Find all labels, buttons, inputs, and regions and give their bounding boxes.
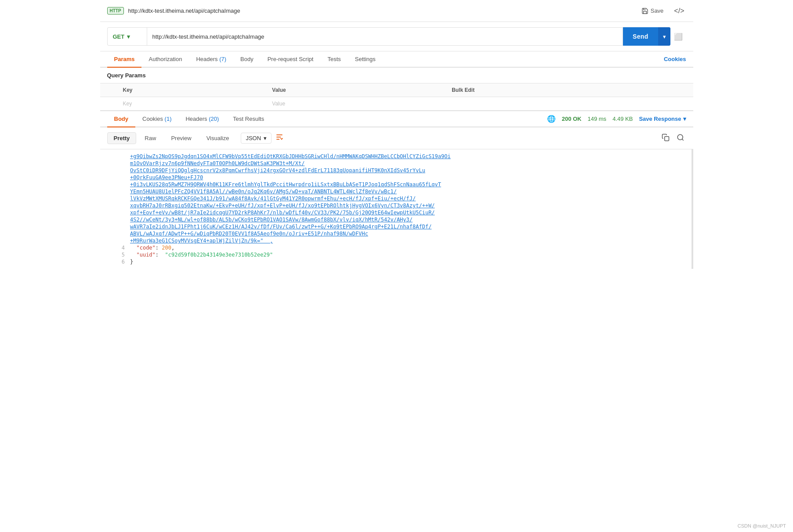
response-tabs: Body Cookies (1) Headers (20) Test Resul…	[100, 111, 693, 127]
line-content: +M9RurWa3eG1CSoyMVVsgEY4+aplWjZilVjZn/9k…	[130, 237, 691, 244]
response-body-area[interactable]: +g9QibwZs2NpOS9pJgdqn1SO4xMlCFW9bVp55tEd…	[100, 149, 693, 269]
send-dropdown-button[interactable]: ▾	[658, 27, 670, 46]
json-line: 5 "uuid": "c92d59f0b22b43149e3ee7310b52e…	[100, 251, 692, 258]
send-btn-group: Send ▾	[623, 27, 670, 46]
response-tab-test-results[interactable]: Test Results	[226, 111, 271, 127]
json-line: 4S2//wCeNt/3y3+NL/wl+of88bb/AL5b/wCKo9tE…	[100, 216, 692, 223]
tab-headers[interactable]: Headers (7)	[189, 51, 233, 68]
search-icon	[677, 134, 684, 141]
line-content: +g9QibwZs2NpOS9pJgdqn1SO4xMlCFW9bVp55tEd…	[130, 153, 691, 160]
json-line: m1OvOVarRjzv7n6p9fNNedyFTa0T0OPh0LW9dcDW…	[100, 160, 692, 167]
value-column-header: Value	[267, 83, 446, 97]
line-number	[100, 153, 130, 160]
http-badge: HTTP	[107, 7, 124, 14]
line-content: +0QrkFuuGA9ee3PNeu+FJ70	[130, 174, 691, 181]
line-number	[100, 188, 130, 195]
copy-icon	[662, 134, 670, 141]
top-bar: HTTP http://kdtx-test.itheima.net/api/ca…	[100, 0, 693, 22]
query-params-section-header: Query Params	[100, 68, 693, 83]
line-content: "code": 200,	[130, 244, 691, 251]
response-tab-headers[interactable]: Headers (20)	[178, 111, 226, 127]
save-button[interactable]: Save	[638, 6, 667, 16]
params-table: Key Value Bulk Edit Key Value	[100, 83, 693, 111]
json-line: YEmn5HUAU8U1elPFcZQ4VV1f8A5Al//wBe0n/oJq…	[100, 188, 692, 195]
json-line: OvStC0iDR9DFjYiQQglgHcscnrV2x8PqmCwrfhsV…	[100, 167, 692, 174]
code-icon: </>	[674, 7, 684, 14]
line-number: 5	[100, 251, 130, 258]
url-bar: GET ▾ Send ▾ ⬜	[100, 22, 693, 51]
line-number	[100, 195, 130, 202]
response-tab-cookies[interactable]: Cookies (1)	[135, 111, 178, 127]
json-lines: +g9QibwZs2NpOS9pJgdqn1SO4xMlCFW9bVp55tEd…	[100, 153, 692, 265]
response-tab-body[interactable]: Body	[107, 111, 136, 127]
top-url: http://kdtx-test.itheima.net/api/captcha…	[128, 7, 638, 14]
chevron-down-icon: ▾	[264, 135, 267, 141]
line-number: 4	[100, 244, 130, 251]
json-line: wAVR7aIe2idnJbLJ1FPht1j6CuK/wCEz1H/AJ42v…	[100, 223, 692, 230]
tab-body[interactable]: Body	[233, 51, 261, 68]
send-button[interactable]: Send	[623, 27, 658, 46]
top-actions: Save </>	[638, 5, 686, 17]
format-pretty-button[interactable]: Pretty	[107, 132, 137, 144]
status-code: 200 OK	[562, 116, 582, 122]
json-format-label: JSON	[246, 135, 261, 141]
json-line: xpf+Eovf+eVv/wB8t/jR7aIe2idcqgU7YD2rkP8A…	[100, 209, 692, 216]
tab-tests[interactable]: Tests	[320, 51, 348, 68]
save-response-label: Save Response	[639, 116, 681, 122]
request-tabs: Params Authorization Headers (7) Body Pr…	[100, 51, 693, 68]
json-body: +g9QibwZs2NpOS9pJgdqn1SO4xMlCFW9bVp55tEd…	[100, 149, 693, 269]
tab-pre-request-script[interactable]: Pre-request Script	[261, 51, 321, 68]
right-panel-icon-button[interactable]: ⬜	[670, 31, 686, 43]
response-status: 🌐 200 OK 149 ms 4.49 KB Save Response ▾	[547, 115, 686, 123]
chevron-down-icon: ▾	[127, 33, 130, 40]
json-line: +0i3vLKUS28q5RwMZ7H9QRWV4h0K11KFre6tlmhY…	[100, 181, 692, 188]
svg-point-4	[677, 134, 683, 140]
svg-line-5	[682, 139, 683, 140]
svg-rect-3	[664, 136, 669, 141]
row-checkbox-cell	[100, 97, 118, 111]
url-input[interactable]	[147, 27, 623, 46]
line-content: 4S2//wCeNt/3y3+NL/wl+of88bb/AL5b/wCKo9tE…	[130, 216, 691, 223]
globe-icon: 🌐	[547, 115, 556, 123]
json-line: 6 }	[100, 258, 692, 265]
search-icon-button[interactable]	[675, 132, 686, 145]
tab-params[interactable]: Params	[107, 51, 142, 68]
line-content: }	[130, 258, 691, 265]
copy-icon-button[interactable]	[660, 132, 671, 145]
key-cell[interactable]: Key	[118, 97, 267, 111]
bulk-edit-column-header[interactable]: Bulk Edit	[446, 83, 693, 97]
line-content: xpf+Eovf+eVv/wB8t/jR7aIe2idcqgU7YD2rkP8A…	[130, 209, 691, 216]
code-icon-button[interactable]: </>	[672, 5, 686, 17]
format-preview-button[interactable]: Preview	[164, 132, 198, 144]
chevron-down-icon: ▾	[683, 116, 686, 122]
save-icon	[641, 7, 648, 14]
line-content: OvStC0iDR9DFjYiQQglgHcscnrV2x8PqmCwrfhsV…	[130, 167, 691, 174]
tab-authorization[interactable]: Authorization	[141, 51, 189, 68]
json-line: xqvbRH7aJ0rRBxgiq502EtnaKw/+EkvP+eUH/fJ/…	[100, 202, 692, 209]
line-content: "uuid": "c92d59f0b22b43149e3ee7310b52ee2…	[130, 251, 691, 258]
line-number	[100, 230, 130, 237]
json-line: +0QrkFuuGA9ee3PNeu+FJ70	[100, 174, 692, 181]
line-content: ABVL/wAJxqf/ADwtP++G/wDiqPbRD20T0EVV1f8A…	[130, 230, 691, 237]
tab-settings[interactable]: Settings	[348, 51, 383, 68]
line-number	[100, 237, 130, 244]
response-size: 4.49 KB	[612, 116, 633, 122]
json-line: ABVL/wAJxqf/ADwtP++G/wDiqPbRD20T0EVV1f8A…	[100, 230, 692, 237]
line-number	[100, 160, 130, 167]
line-number	[100, 223, 130, 230]
format-raw-button[interactable]: Raw	[138, 132, 163, 144]
line-number	[100, 174, 130, 181]
line-content: +0i3vLKUS28q5RwMZ7H9QRWV4h0K11KFre6tlmhY…	[130, 181, 691, 188]
filter-icon-button[interactable]	[273, 131, 286, 145]
format-visualize-button[interactable]: Visualize	[200, 132, 236, 144]
line-content: m1OvOVarRjzv7n6p9fNNedyFTa0T0OPh0LW9dcDW…	[130, 160, 691, 167]
method-select[interactable]: GET ▾	[107, 27, 147, 46]
save-label: Save	[651, 7, 664, 14]
line-content: xqvbRH7aJ0rRBxgiq502EtnaKw/+EkvP+eUH/fJ/…	[130, 202, 691, 209]
value-cell[interactable]: Value	[267, 97, 446, 111]
line-content: lVkVzMWtXMUSRqkRCKFGQe341J/b91/wA84f8Avk…	[130, 195, 691, 202]
json-format-select[interactable]: JSON ▾	[241, 133, 272, 144]
save-response-button[interactable]: Save Response ▾	[639, 116, 686, 122]
cookies-link[interactable]: Cookies	[664, 51, 686, 67]
actions-cell	[446, 97, 693, 111]
